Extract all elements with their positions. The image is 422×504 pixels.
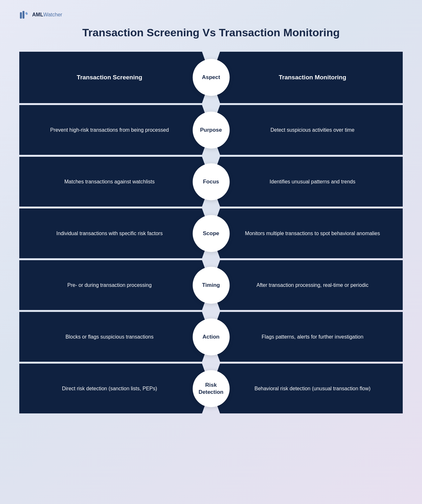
- row-risk: Direct risk detection (sanction lists, P…: [19, 364, 403, 413]
- row-focus: Matches transactions against watchlistsI…: [19, 157, 403, 207]
- cell-right-purpose: Detect suspicious activities over time: [211, 105, 403, 155]
- svg-rect-1: [22, 11, 24, 19]
- cell-right-focus: Identifies unusual patterns and trends: [211, 157, 403, 207]
- row-action: Blocks or flags suspicious transactionsF…: [19, 312, 403, 362]
- row-purpose: Prevent high-risk transactions from bein…: [19, 105, 403, 155]
- cell-left-action: Blocks or flags suspicious transactions: [19, 312, 211, 362]
- circle-header: Aspect: [193, 59, 229, 96]
- cell-right-action: Flags patterns, alerts for further inves…: [211, 312, 403, 362]
- cell-right-timing: After transaction processing, real-time …: [211, 260, 403, 310]
- svg-rect-0: [20, 12, 22, 19]
- comparison-table: Transaction ScreeningTransaction Monitor…: [19, 52, 403, 415]
- row-header: Transaction ScreeningTransaction Monitor…: [19, 52, 403, 103]
- circle-focus: Focus: [193, 163, 229, 200]
- cell-left-purpose: Prevent high-risk transactions from bein…: [19, 105, 211, 155]
- circle-action: Action: [193, 318, 229, 355]
- row-scope: Individual transactions with specific ri…: [19, 208, 403, 258]
- cell-right-risk: Behavioral risk detection (unusual trans…: [211, 364, 403, 413]
- cell-left-scope: Individual transactions with specific ri…: [19, 208, 211, 258]
- circle-risk: Risk Detection: [193, 370, 229, 407]
- logo-text: AMLWatcher: [32, 12, 62, 18]
- cell-left-risk: Direct risk detection (sanction lists, P…: [19, 364, 211, 413]
- svg-rect-2: [25, 12, 28, 15]
- cell-left-header: Transaction Screening: [19, 52, 211, 103]
- cell-right-scope: Monitors multiple transactions to spot b…: [211, 208, 403, 258]
- cell-left-timing: Pre- or during transaction processing: [19, 260, 211, 310]
- logo: AMLWatcher: [19, 10, 62, 20]
- cell-left-focus: Matches transactions against watchlists: [19, 157, 211, 207]
- logo-icon: [19, 10, 30, 20]
- page-title: Transaction Screening Vs Transaction Mon…: [82, 26, 340, 39]
- circle-timing: Timing: [193, 267, 229, 304]
- row-timing: Pre- or during transaction processingAft…: [19, 260, 403, 310]
- circle-purpose: Purpose: [193, 111, 229, 148]
- cell-right-header: Transaction Monitoring: [211, 52, 403, 103]
- circle-scope: Scope: [193, 215, 229, 252]
